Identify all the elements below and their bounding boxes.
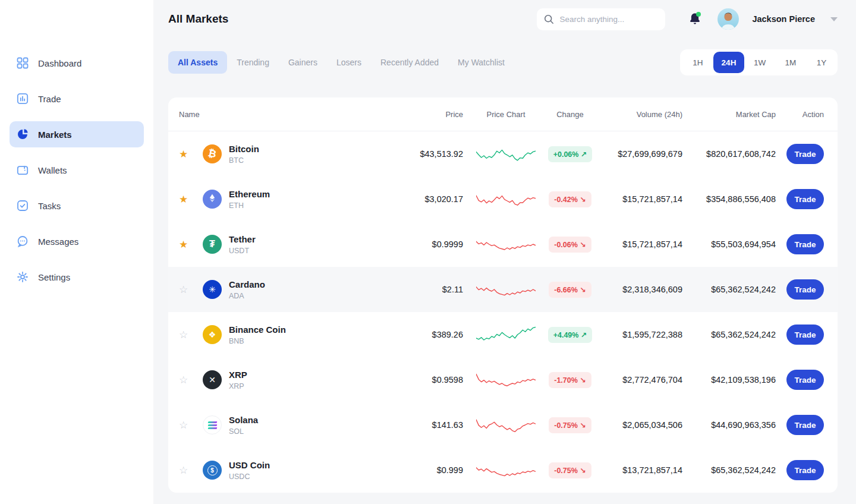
- search-box[interactable]: [537, 8, 665, 30]
- coin-icon: ₿: [203, 144, 222, 163]
- coin-icon: ❖: [203, 325, 222, 344]
- favorite-star-icon[interactable]: ☆: [179, 329, 188, 341]
- trade-button[interactable]: Trade: [786, 460, 824, 480]
- trade-button[interactable]: Trade: [786, 189, 824, 209]
- price-value: $0.9999: [364, 240, 463, 249]
- favorite-star-icon[interactable]: ★: [179, 239, 188, 250]
- market-cap-value: $65,362,524,242: [682, 285, 776, 294]
- table-row[interactable]: ☆ $ USD Coin USDC $0.999 -0.75% ↘ $13,72…: [168, 448, 838, 493]
- sidebar-item-messages[interactable]: Messages: [10, 228, 144, 254]
- coin-name: Cardano: [229, 279, 265, 289]
- user-name: Jackson Pierce: [752, 14, 815, 24]
- trade-button[interactable]: Trade: [786, 279, 824, 300]
- coin-symbol: USDT: [229, 247, 256, 255]
- avatar[interactable]: [717, 8, 739, 30]
- table-row[interactable]: ☆ ✕ XRP XRP $0.9598 -1.70% ↘ $2,772,476,…: [168, 357, 838, 402]
- sidebar-item-settings[interactable]: Settings: [10, 264, 144, 290]
- tab-losers[interactable]: Losers: [327, 51, 371, 74]
- tab-gainers[interactable]: Gainers: [279, 51, 327, 74]
- trade-chart-icon: [17, 93, 29, 105]
- coin-icon: [203, 415, 222, 434]
- coin-name: USD Coin: [229, 460, 270, 470]
- notification-bell-icon[interactable]: [688, 12, 702, 26]
- sidebar-item-label: Tasks: [38, 201, 61, 211]
- coin-symbol: ETH: [229, 201, 270, 210]
- timeframe-1w[interactable]: 1W: [744, 52, 775, 73]
- table-row[interactable]: ☆ ✳ Cardano ADA $2.11 -6.66% ↘ $2,318,34…: [168, 267, 838, 312]
- main-content: All Markets Jackson Pierce: [153, 0, 856, 493]
- coin-icon: [203, 190, 222, 209]
- table-row[interactable]: ★ ₿ Bitcoin BTC $43,513.92 +0.06% ↗ $27,…: [168, 131, 838, 177]
- favorite-star-icon[interactable]: ☆: [179, 284, 188, 295]
- coin-icon: ₮: [203, 235, 222, 254]
- column-header-volume: Volume (24h): [591, 110, 682, 119]
- market-cap-value: $42,109,538,196: [682, 375, 776, 385]
- table-row[interactable]: ☆ Solana SOL $141.63 -0.75% ↘ $2,065,034…: [168, 402, 838, 448]
- sidebar-item-tasks[interactable]: Tasks: [10, 193, 144, 219]
- sidebar-item-markets[interactable]: Markets: [10, 121, 144, 147]
- trade-button[interactable]: Trade: [786, 325, 824, 345]
- price-sparkline: [463, 143, 549, 165]
- favorite-star-icon[interactable]: ☆: [179, 420, 188, 431]
- timeframe-1y[interactable]: 1Y: [806, 52, 837, 73]
- favorite-star-icon[interactable]: ★: [179, 149, 188, 160]
- sidebar-nav: Dashboard Trade Markets: [0, 0, 153, 290]
- price-sparkline: [463, 234, 549, 255]
- timeframe-1m[interactable]: 1M: [775, 52, 806, 73]
- column-header-price: Price: [364, 110, 463, 119]
- price-sparkline: [463, 324, 549, 345]
- column-header-name: Name: [168, 110, 364, 119]
- tab-recently-added[interactable]: Recently Added: [371, 51, 448, 74]
- tab-all-assets[interactable]: All Assets: [168, 51, 227, 74]
- column-header-action: Action: [776, 110, 838, 119]
- market-cap-value: $354,886,556,408: [682, 194, 776, 204]
- coin-icon: $: [203, 461, 222, 480]
- table-header: Name Price Price Chart Change Volume (24…: [168, 97, 838, 131]
- volume-value: $15,721,857,14: [591, 240, 682, 249]
- favorite-star-icon[interactable]: ★: [179, 194, 188, 205]
- coin-symbol: USDC: [229, 472, 270, 481]
- wallet-icon: [17, 164, 29, 176]
- change-badge: -0.06% ↘: [549, 237, 591, 253]
- table-row[interactable]: ★ Ethereum ETH $3,020.17 -0.42% ↘ $15,72…: [168, 177, 838, 222]
- volume-value: $2,772,476,704: [591, 375, 682, 385]
- coin-symbol: XRP: [229, 382, 247, 390]
- trade-button[interactable]: Trade: [786, 234, 824, 254]
- coin-name: Bitcoin: [229, 144, 259, 154]
- coin-symbol: ADA: [229, 292, 265, 300]
- trade-button[interactable]: Trade: [786, 370, 824, 390]
- price-value: $0.9598: [364, 375, 463, 385]
- table-row[interactable]: ★ ₮ Tether USDT $0.9999 -0.06% ↘ $15,721…: [168, 222, 838, 267]
- market-cap-value: $65,362,524,242: [682, 330, 776, 339]
- coin-name: XRP: [229, 370, 247, 380]
- tab-trending[interactable]: Trending: [227, 51, 279, 74]
- table-body: ★ ₿ Bitcoin BTC $43,513.92 +0.06% ↗ $27,…: [168, 131, 838, 493]
- column-header-market-cap: Market Cap: [682, 110, 776, 119]
- timeframe-24h[interactable]: 24H: [713, 52, 744, 73]
- sidebar-item-dashboard[interactable]: Dashboard: [10, 50, 144, 76]
- change-badge: -6.66% ↘: [549, 282, 591, 298]
- sidebar-item-label: Wallets: [38, 165, 67, 175]
- favorite-star-icon[interactable]: ☆: [179, 465, 188, 476]
- favorite-star-icon[interactable]: ☆: [179, 374, 188, 386]
- sidebar-item-wallets[interactable]: Wallets: [10, 157, 144, 183]
- sidebar-item-label: Messages: [38, 237, 78, 247]
- timeframe-1h[interactable]: 1H: [682, 52, 713, 73]
- market-cap-value: $44,690,963,356: [682, 420, 776, 430]
- tab-my-watchlist[interactable]: My Watchlist: [448, 51, 514, 74]
- price-value: $2.11: [364, 285, 463, 294]
- sidebar-item-label: Markets: [38, 130, 72, 140]
- market-cap-value: $65,362,524,242: [682, 465, 776, 475]
- chevron-down-icon[interactable]: [830, 17, 838, 21]
- coin-name: Binance Coin: [229, 325, 286, 335]
- sidebar-item-trade[interactable]: Trade: [10, 86, 144, 112]
- coin-name: Ethereum: [229, 189, 270, 199]
- search-input[interactable]: [559, 15, 658, 24]
- trade-button[interactable]: Trade: [786, 415, 824, 435]
- trade-button[interactable]: Trade: [786, 144, 824, 164]
- coin-symbol: BTC: [229, 156, 259, 165]
- table-row[interactable]: ☆ ❖ Binance Coin BNB $389.26 +4.49% ↗ $1…: [168, 312, 838, 357]
- sidebar: Dashboard Trade Markets: [0, 0, 153, 504]
- price-sparkline: [463, 369, 549, 390]
- price-value: $0.999: [364, 465, 463, 475]
